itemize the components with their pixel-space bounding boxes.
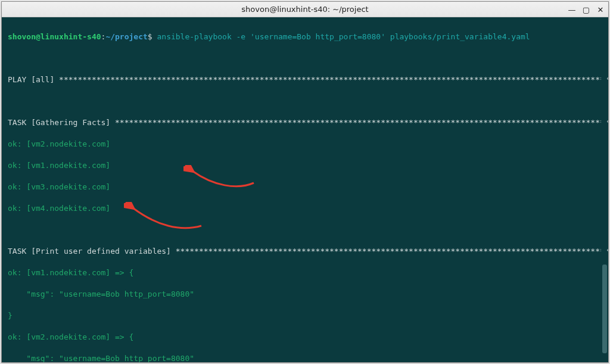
print-block-head: ok: [vm2.nodekite.com] => { [8,332,605,343]
terminal-viewport[interactable]: shovon@linuxhint-s40:~/project$ ansible-… [2,17,608,362]
prompt-user-host: shovon@linuxhint-s40 [8,32,101,41]
gather-ok-line: ok: [vm4.nodekite.com] [8,203,605,214]
print-block-msg: "msg": "username=Bob http_port=8080" [8,353,605,362]
task-gather-header: TASK [Gathering Facts] *****************… [8,117,605,128]
play-header: PLAY [all] *****************************… [8,74,605,85]
window-title: shovon@linuxhint-s40: ~/project [241,5,368,14]
gather-ok-line: ok: [vm2.nodekite.com] [8,139,605,150]
print-block-head: ok: [vm1.nodekite.com] => { [8,267,605,278]
window-controls: — ▢ ✕ [568,2,605,17]
task-print-header: TASK [Print user defined variables] ****… [8,246,605,257]
maximize-button[interactable]: ▢ [582,5,590,14]
minimize-button[interactable]: — [568,5,576,14]
print-block-msg: "msg": "username=Bob http_port=8080" [8,289,605,300]
gather-ok-line: ok: [vm3.nodekite.com] [8,182,605,192]
scrollbar-thumb[interactable] [602,265,607,353]
print-block-close: } [8,310,605,321]
prompt-line: shovon@linuxhint-s40:~/project$ ansible-… [8,32,605,42]
command-text: ansible-playbook -e 'username=Bob http_p… [157,32,530,41]
scrollbar[interactable] [601,20,607,360]
gather-ok-line: ok: [vm1.nodekite.com] [8,160,605,171]
prompt-sigil: $ [148,32,152,41]
prompt-path: ~/project [105,32,147,41]
close-button[interactable]: ✕ [596,5,605,14]
terminal-window: shovon@linuxhint-s40: ~/project — ▢ ✕ sh… [1,1,609,363]
titlebar[interactable]: shovon@linuxhint-s40: ~/project — ▢ ✕ [2,2,608,17]
